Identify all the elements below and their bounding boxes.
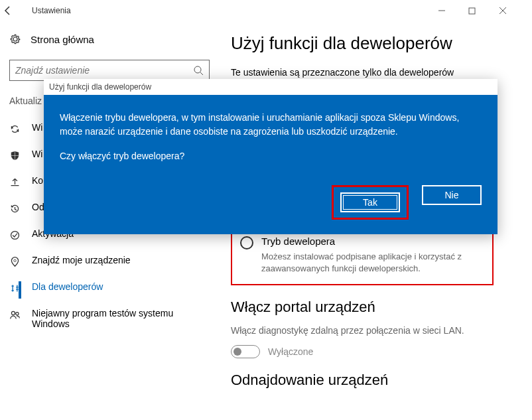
dialog-title: Użyj funkcji dla deweloperów bbox=[44, 79, 498, 95]
sidebar-item-find-device[interactable]: Znajdź moje urządzenie bbox=[9, 248, 210, 275]
dev-mode-title: Tryb dewelopera bbox=[261, 236, 484, 247]
yes-button-highlight: Tak bbox=[332, 185, 409, 220]
portal-toggle[interactable] bbox=[231, 345, 260, 358]
dev-mode-desc: Możesz instalować podpisane aplikacje i … bbox=[261, 251, 484, 275]
gear-icon bbox=[9, 33, 24, 45]
window-title: Ustawienia bbox=[32, 6, 438, 15]
home-link[interactable]: Strona główna bbox=[9, 33, 210, 45]
svg-point-6 bbox=[11, 232, 19, 240]
portal-heading: Włącz portal urządzeń bbox=[231, 299, 519, 316]
sidebar-item-developers[interactable]: Dla deweloperów bbox=[9, 275, 210, 301]
toggle-label: Wyłączone bbox=[268, 346, 313, 357]
arrow-left-icon bbox=[3, 5, 13, 16]
sidebar-item-label: Znajdź moje urządzenie bbox=[32, 255, 131, 265]
maximize-button[interactable] bbox=[468, 7, 499, 15]
upload-icon bbox=[9, 176, 24, 188]
sidebar-item-label: Wi bbox=[32, 149, 42, 159]
sidebar-item-label: Wi bbox=[32, 122, 42, 133]
confirm-dialog: Użyj funkcji dla deweloperów Włączenie t… bbox=[44, 79, 498, 234]
svg-line-5 bbox=[200, 72, 203, 75]
close-button[interactable] bbox=[499, 7, 529, 15]
developers-icon bbox=[9, 283, 24, 294]
radio-icon[interactable] bbox=[240, 236, 253, 249]
dialog-question: Czy włączyć tryb dewelopera? bbox=[60, 151, 482, 161]
portal-sub: Włącz diagnostykę zdalną przez połączeni… bbox=[231, 325, 519, 336]
page-title: Użyj funkcji dla deweloperów bbox=[231, 33, 519, 54]
svg-point-7 bbox=[14, 259, 16, 261]
svg-rect-1 bbox=[469, 8, 475, 14]
minimize-button[interactable] bbox=[438, 7, 468, 15]
close-icon bbox=[499, 7, 507, 15]
maximize-icon bbox=[468, 7, 476, 15]
no-button[interactable]: Nie bbox=[422, 185, 482, 205]
dev-mode-option[interactable]: Tryb dewelopera Możesz instalować podpis… bbox=[231, 228, 494, 285]
discover-heading: Odnajdowanie urządzeń bbox=[231, 372, 519, 389]
svg-point-8 bbox=[11, 311, 15, 315]
search-input[interactable] bbox=[15, 65, 193, 76]
back-button[interactable] bbox=[3, 5, 27, 16]
history-icon bbox=[9, 203, 24, 214]
search-icon bbox=[193, 65, 204, 76]
window-titlebar: Ustawienia bbox=[0, 0, 532, 21]
home-label: Strona główna bbox=[31, 34, 94, 45]
check-circle-icon bbox=[9, 230, 24, 241]
shield-icon bbox=[9, 150, 24, 161]
svg-point-4 bbox=[194, 66, 201, 73]
sidebar-item-insider[interactable]: Niejawny program testów systemu Windows bbox=[9, 301, 210, 336]
search-box[interactable] bbox=[9, 60, 210, 81]
minimize-icon bbox=[438, 7, 446, 15]
page-intro: Te ustawienia są przeznaczone tylko dla … bbox=[231, 67, 519, 78]
sidebar-item-label: Niejawny program testów systemu Windows bbox=[32, 308, 210, 329]
sidebar-item-label: Ko bbox=[32, 175, 43, 186]
users-icon bbox=[9, 309, 24, 320]
svg-point-9 bbox=[16, 313, 19, 315]
location-icon bbox=[9, 256, 24, 267]
sidebar-item-label: Dla deweloperów bbox=[32, 281, 103, 292]
dialog-message: Włączenie trybu dewelopera, w tym instal… bbox=[60, 111, 482, 139]
yes-button[interactable]: Tak bbox=[340, 192, 400, 212]
sync-icon bbox=[9, 123, 24, 135]
